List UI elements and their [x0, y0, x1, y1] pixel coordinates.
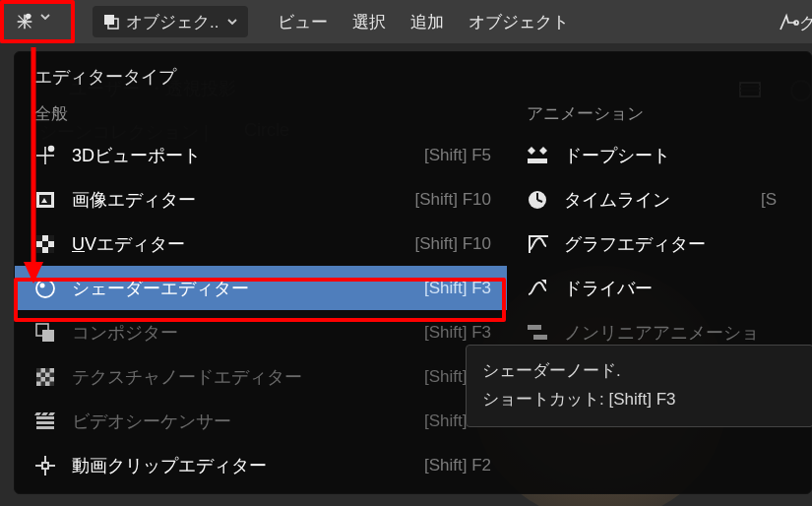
svg-rect-38	[36, 421, 54, 424]
svg-rect-39	[36, 426, 54, 429]
svg-rect-21	[42, 241, 48, 247]
svg-rect-23	[48, 247, 54, 253]
item-movie-clip-editor[interactable]: 動画クリップエディター [Shift] F2	[15, 443, 507, 487]
item-shortcut: [Shift] F2	[424, 456, 491, 475]
tooltip-line2: ショートカット: [Shift] F3	[482, 386, 797, 414]
animation-column: アニメーション ドープシート タイムライン [S グラフエディター	[507, 96, 792, 487]
item-shader-editor[interactable]: シェーダーエディター [Shift] F3	[15, 266, 507, 310]
svg-marker-40	[34, 412, 41, 415]
item-label: UVエディター	[72, 232, 185, 256]
item-dopesheet[interactable]: ドープシート	[507, 133, 792, 177]
uv-editor-icon	[32, 231, 58, 257]
item-3d-viewport[interactable]: 3Dビューポート [Shift] F5	[15, 133, 507, 177]
mode-label: オブジェク..	[126, 11, 219, 33]
svg-marker-41	[41, 412, 48, 415]
menu-add[interactable]: 追加	[410, 11, 444, 33]
compositor-icon	[32, 320, 58, 346]
svg-rect-56	[528, 325, 541, 330]
svg-point-14	[49, 146, 54, 151]
object-mode-icon	[102, 13, 120, 31]
svg-rect-20	[48, 235, 54, 241]
item-image-editor[interactable]: 画像エディター [Shift] F10	[15, 177, 507, 221]
mode-dropdown[interactable]: オブジェク..	[93, 6, 248, 37]
svg-rect-47	[42, 463, 48, 469]
item-shortcut: [Shift] F10	[415, 190, 491, 210]
tooltip: シェーダーノード. ショートカット: [Shift] F3	[466, 345, 812, 427]
menu-view[interactable]: ビュー	[278, 11, 328, 33]
item-label: テクスチャノードエディター	[72, 365, 302, 389]
editor-type-icon	[14, 11, 35, 32]
item-label: コンポジター	[72, 321, 178, 345]
drivers-icon	[525, 276, 550, 301]
menu-select[interactable]: 選択	[352, 11, 386, 33]
editor-type-switcher[interactable]	[0, 0, 75, 43]
item-texture-node-editor[interactable]: テクスチャノードエディター [Shift] F3	[15, 354, 507, 399]
item-shortcut: [Shift] F10	[415, 234, 491, 254]
item-shortcut: [S	[761, 190, 777, 210]
svg-point-25	[40, 283, 45, 287]
tooltip-line1: シェーダーノード.	[482, 357, 797, 386]
item-label: ビデオシーケンサー	[72, 410, 231, 433]
group-general: 全般	[15, 96, 507, 133]
item-label: 動画クリップエディター	[72, 454, 267, 477]
item-timeline[interactable]: タイムライン [S	[507, 177, 792, 221]
svg-rect-22	[36, 247, 42, 253]
item-label: グラフエディター	[564, 232, 706, 256]
3d-viewport-icon	[32, 143, 58, 168]
dopesheet-icon	[525, 143, 550, 168]
svg-rect-31	[41, 372, 46, 377]
item-label: シェーダーエディター	[72, 277, 249, 300]
svg-rect-29	[36, 368, 41, 373]
svg-marker-49	[539, 147, 547, 155]
svg-marker-48	[528, 147, 535, 155]
header-bar: オブジェク.. ビュー 選択 追加 オブジェクト ク	[0, 0, 812, 43]
chevron-down-icon	[226, 16, 238, 28]
graph-editor-icon	[525, 231, 550, 257]
svg-rect-30	[45, 368, 50, 373]
editor-type-menu: エディタータイプ 全般 3Dビューポート [Shift] F5 画像エディター …	[14, 51, 812, 494]
image-editor-icon	[32, 187, 58, 213]
svg-point-24	[36, 280, 54, 297]
header-overflow: ク	[799, 12, 812, 34]
svg-rect-36	[50, 381, 55, 386]
menu-object[interactable]: オブジェクト	[468, 11, 569, 33]
item-label: ドープシート	[564, 144, 670, 167]
svg-rect-50	[528, 158, 547, 163]
item-compositor[interactable]: コンポジター [Shift] F3	[15, 310, 507, 354]
timeline-icon	[525, 187, 550, 213]
chevron-down-icon	[39, 11, 61, 32]
movie-clip-icon	[32, 453, 58, 478]
vse-icon	[32, 409, 58, 434]
item-uv-editor[interactable]: UVエディター [Shift] F10	[15, 221, 507, 266]
item-label: ドライバー	[564, 277, 653, 300]
group-anim: アニメーション	[507, 96, 792, 133]
svg-rect-33	[36, 377, 41, 382]
item-shortcut: [Shift] F3	[424, 279, 491, 298]
svg-rect-37	[36, 416, 54, 419]
item-shortcut: [Shift] F5	[424, 146, 491, 165]
svg-rect-19	[36, 235, 42, 241]
nla-icon	[525, 320, 550, 346]
item-label: ノンリニアアニメーショ	[564, 321, 759, 345]
item-label: タイムライン	[564, 188, 670, 212]
svg-rect-34	[45, 377, 50, 382]
svg-rect-57	[533, 335, 547, 340]
cursor-tool-icon[interactable]	[775, 8, 802, 35]
svg-rect-27	[42, 330, 54, 342]
item-label: 画像エディター	[72, 188, 196, 212]
item-graph-editor[interactable]: グラフエディター	[507, 221, 792, 266]
svg-rect-35	[41, 381, 46, 386]
general-column: 全般 3Dビューポート [Shift] F5 画像エディター [Shift] F…	[15, 96, 507, 487]
menu-title: エディタータイプ	[15, 56, 811, 96]
svg-rect-32	[50, 372, 55, 377]
svg-rect-9	[104, 15, 114, 25]
svg-marker-42	[48, 412, 55, 415]
item-shortcut: [Shift] F3	[424, 323, 491, 343]
texture-node-icon	[32, 364, 58, 390]
item-drivers[interactable]: ドライバー	[507, 266, 792, 310]
item-label: 3Dビューポート	[72, 144, 201, 167]
item-video-sequencer[interactable]: ビデオシーケンサー [Shift] F8	[15, 399, 507, 443]
shader-editor-icon	[32, 276, 58, 301]
